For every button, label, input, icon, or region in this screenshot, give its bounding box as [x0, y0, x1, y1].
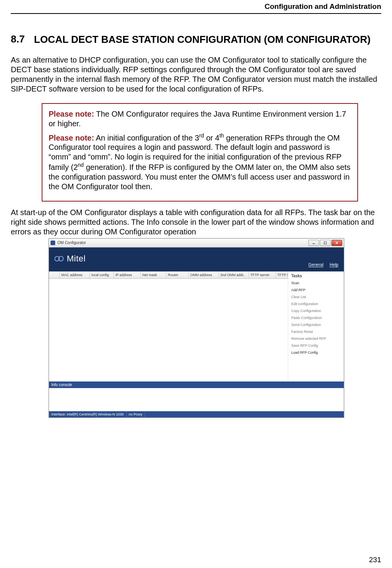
task-copy-configuration[interactable]: Copy Configuration	[291, 309, 341, 313]
note-label: Please note:	[49, 110, 94, 118]
col-router[interactable]: Router	[166, 271, 189, 278]
task-remove-selected-rfp[interactable]: Remove selected RFP	[291, 337, 341, 341]
minimize-button[interactable]	[308, 240, 319, 246]
note-box: Please note: The OM Configurator require…	[42, 103, 358, 202]
brand-bar: Mitel General Help	[49, 248, 344, 271]
col-tftp-server[interactable]: TFTP server	[249, 271, 276, 278]
info-console-header: Info console	[49, 381, 344, 388]
table-body-empty[interactable]	[49, 279, 288, 381]
col-omm-address[interactable]: OMM address	[189, 271, 219, 278]
close-icon	[335, 241, 339, 245]
mitel-logo-icon	[54, 255, 64, 262]
note-label: Please note:	[49, 133, 94, 142]
col-2nd-omm-addr[interactable]: 2nd OMM addr..	[219, 271, 249, 278]
task-send-configuration[interactable]: Send Configuration	[291, 323, 341, 327]
maximize-button[interactable]	[320, 240, 331, 246]
note-body-part: or 4	[204, 133, 220, 142]
note-1: Please note: The OM Configurator require…	[49, 109, 351, 129]
note-2: Please note: An initial configuration of…	[49, 132, 351, 192]
close-button[interactable]	[331, 240, 342, 246]
window-title: OM Configurator	[57, 241, 308, 245]
tasks-title: Tasks	[291, 274, 341, 278]
tasks-pane: Tasks Scan Add RFP Clear List Edit confi…	[288, 271, 344, 381]
task-add-rfp[interactable]: Add RFP	[291, 288, 341, 292]
svg-rect-1	[324, 242, 326, 244]
col-ip-address[interactable]: IP address	[114, 271, 141, 278]
info-console-body[interactable]	[49, 388, 344, 411]
status-bar: Interface: Intel(R) Centrino(R) Wireless…	[49, 411, 344, 417]
superscript: th	[220, 132, 224, 139]
window-titlebar: OM Configurator	[49, 239, 344, 248]
col-tftp-file-name[interactable]: TFTP file name	[276, 271, 288, 278]
col-mac-address[interactable]: MAC address	[60, 271, 90, 278]
status-interface: Interface: Intel(R) Centrino(R) Wireless…	[49, 411, 127, 417]
maximize-icon	[323, 241, 327, 245]
menu-general[interactable]: General	[308, 262, 323, 267]
page-number: 231	[369, 556, 381, 564]
task-factory-reset[interactable]: Factory Reset	[291, 330, 341, 334]
section-number: 8.7	[11, 33, 34, 46]
status-proxy: no Proxy	[127, 411, 145, 417]
task-edit-configuration[interactable]: Edit configuration	[291, 302, 341, 306]
superscript: rd	[199, 132, 204, 139]
section-heading: 8.7 LOCAL DECT BASE STATION CONFIGURATIO…	[11, 33, 381, 46]
col-local-config[interactable]: local config	[90, 271, 114, 278]
task-clear-list[interactable]: Clear List	[291, 295, 341, 299]
note-body-part: generation). If the RFP is configured by…	[49, 163, 350, 191]
brand-name: Mitel	[67, 254, 86, 264]
task-save-rfp-config[interactable]: Save RFP Config	[291, 344, 341, 348]
body-paragraph: At start-up of the OM Configurator displ…	[11, 208, 381, 237]
table-header-row: MAC address local config IP address Net …	[49, 271, 288, 279]
rfp-table: MAC address local config IP address Net …	[49, 271, 288, 381]
page-header: Configuration and Administration	[11, 0, 381, 14]
section-title: LOCAL DECT BASE STATION CONFIGURATION (O…	[34, 33, 370, 46]
col-net-mask[interactable]: Net mask	[141, 271, 166, 278]
task-scan[interactable]: Scan	[291, 281, 341, 285]
task-paste-configuration[interactable]: Paste Configuration	[291, 316, 341, 320]
menu-help[interactable]: Help	[329, 262, 338, 267]
superscript: nd	[78, 162, 84, 168]
minimize-icon	[312, 241, 316, 245]
note-body-part: An initial configuration of the 3	[94, 133, 199, 142]
task-load-rfp-config[interactable]: Load RFP Config	[291, 351, 341, 354]
intro-paragraph: As an alternative to DHCP configuration,…	[11, 55, 381, 94]
om-configurator-window: OM Configurator Mitel General Help	[49, 238, 344, 418]
col-selector[interactable]	[49, 271, 60, 278]
app-icon	[51, 241, 55, 245]
